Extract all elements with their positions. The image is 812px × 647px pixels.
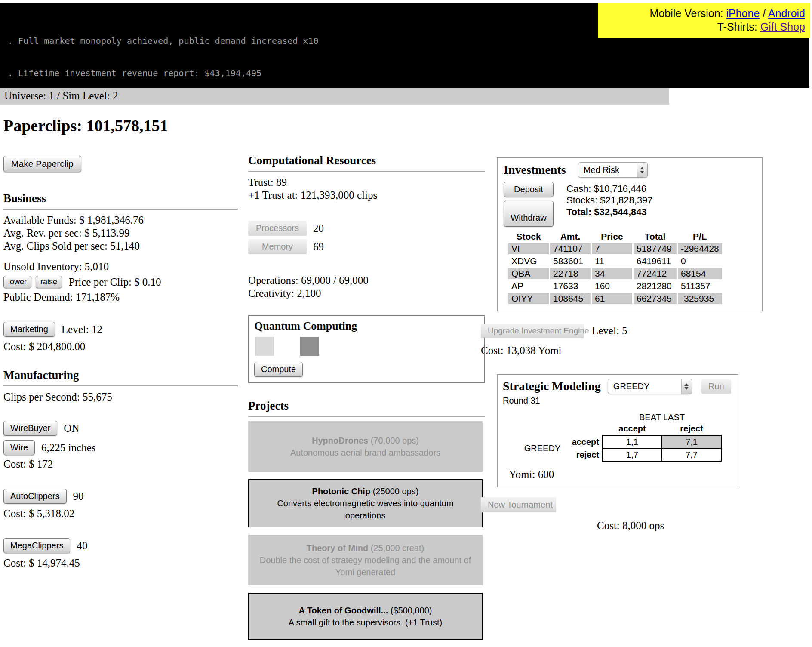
tshirt-line: T-Shirts: Gift Shop [603, 20, 805, 34]
portfolio-summary: Cash: $10,716,446 Stocks: $21,828,397 To… [566, 182, 653, 227]
mobile-version-banner: Mobile Version: iPhone / Android T-Shirt… [598, 3, 810, 38]
strategic-modeling-panel: Strategic Modeling GREEDY Run Round 31 B… [497, 374, 738, 487]
chevron-down-icon [684, 387, 689, 390]
universe-status-bar: Universe: 1 / Sim Level: 2 [0, 88, 669, 105]
projects-heading: Projects [248, 399, 485, 417]
creativity-value: Creativity: 2,100 [248, 287, 485, 300]
project-title-line: A Token of Goodwill... ($500,000) [259, 604, 471, 616]
project-title: HypnoDrones [312, 436, 368, 445]
stock-pl: 68154 [678, 268, 722, 279]
project-description: Converts electromagnetic waves into quan… [259, 497, 471, 521]
memory-button[interactable]: Memory [248, 239, 307, 254]
business-column: Make Paperclip Business Available Funds:… [3, 156, 238, 570]
payoff-matrix: BEAT LAST accept reject GREEDY accept 1,… [518, 413, 722, 462]
project-theory-of-mind: Theory of Mind (25,000 creat) Double the… [248, 535, 483, 585]
processors-count: 20 [313, 222, 324, 234]
new-tournament-button[interactable]: New Tournament [481, 497, 556, 512]
round-counter: Round 31 [503, 396, 732, 406]
make-paperclip-button[interactable]: Make Paperclip [3, 156, 81, 172]
investment-engine-level: Level: 5 [592, 325, 627, 337]
deposit-button[interactable]: Deposit [504, 182, 554, 197]
yomi-counter: Yomi: 600 [509, 468, 732, 481]
investment-engine-row: Upgrade Investment Engine Level: 5 [481, 324, 766, 338]
stock-total: 772412 [634, 268, 677, 279]
link-separator: / [763, 7, 766, 19]
project-title-line: Theory of Mind (25,000 creat) [258, 542, 472, 554]
stocks-value: Stocks: $21,828,397 [566, 194, 653, 206]
project-cost: (70,000 ops) [371, 436, 419, 445]
stock-total: 5187749 [634, 243, 677, 254]
autoclippers-count: 90 [73, 490, 84, 502]
tshirt-label: T-Shirts: [717, 21, 757, 33]
column-header-accept: accept [603, 424, 662, 435]
project-token-of-goodwill[interactable]: A Token of Goodwill... ($500,000) A smal… [248, 593, 483, 640]
project-title: Theory of Mind [307, 543, 368, 553]
manufacturing-heading: Manufacturing [3, 369, 238, 386]
quantum-chip [255, 337, 274, 356]
public-demand: Public Demand: 171,187% [3, 291, 238, 304]
wirebuyer-button[interactable]: WireBuyer [3, 421, 57, 436]
autoclippers-button[interactable]: AutoClippers [3, 489, 67, 504]
risk-level-select[interactable]: Med Risk [578, 162, 648, 178]
wirebuyer-status: ON [64, 422, 79, 434]
stock-symbol: QBA [508, 268, 549, 279]
project-cost: (25,000 creat) [371, 543, 424, 553]
strategic-modeling-heading: Strategic Modeling [503, 379, 601, 393]
stock-symbol: VI [508, 243, 549, 254]
total-value: Total: $32,544,843 [566, 206, 653, 218]
android-link[interactable]: Android [768, 7, 805, 19]
chevron-up-icon [684, 383, 689, 386]
column-header-reject: reject [662, 424, 721, 435]
compute-button[interactable]: Compute [254, 362, 303, 377]
mobile-version-line: Mobile Version: iPhone / Android [603, 7, 805, 20]
buy-wire-button[interactable]: Wire [3, 440, 35, 455]
memory-count: 69 [313, 241, 324, 253]
stock-price: 34 [592, 268, 632, 279]
raise-price-button[interactable]: raise [36, 276, 62, 288]
player-name: GREEDY [518, 435, 566, 461]
stock-price: 160 [592, 280, 632, 292]
project-title-line: Photonic Chip (25000 ops) [259, 485, 471, 497]
processors-row: Processors 20 [248, 221, 485, 236]
opponent-row: BEAT LAST [518, 413, 721, 424]
column-header: P/L [678, 231, 722, 242]
row-header-accept: accept [566, 435, 603, 448]
select-stepper-icon [637, 163, 647, 177]
stock-row: XDVG 583601 11 6419611 0 [508, 256, 722, 267]
gift-shop-link[interactable]: Gift Shop [760, 21, 805, 33]
stock-table-header: Stock Amt. Price Total P/L [508, 231, 722, 242]
column-header: Amt. [550, 231, 591, 242]
iphone-link[interactable]: iPhone [726, 7, 760, 19]
megaclippers-row: MegaClippers 40 [3, 538, 238, 553]
withdraw-button[interactable]: Withdraw [504, 201, 554, 227]
lower-price-button[interactable]: lower [3, 276, 31, 288]
stock-symbol: XDVG [508, 256, 549, 267]
megaclippers-cost: Cost: $ 14,974.45 [3, 557, 238, 570]
megaclippers-button[interactable]: MegaClippers [3, 538, 70, 553]
project-photonic-chip[interactable]: Photonic Chip (25000 ops) Converts elect… [248, 479, 483, 527]
column-header: Stock [508, 231, 549, 242]
marketing-cost: Cost: $ 204,800.00 [3, 340, 238, 353]
avg-revenue: Avg. Rev. per sec: $ 5,113.99 [3, 227, 238, 240]
column-header: Price [592, 231, 632, 242]
strategy-select[interactable]: GREEDY [608, 379, 692, 394]
matrix-column-headers: accept reject [518, 424, 721, 435]
stock-price: 11 [592, 256, 632, 267]
investments-heading: Investments [504, 163, 566, 177]
computational-resources-heading: Computational Resources [248, 154, 485, 172]
upgrade-investment-engine-button[interactable]: Upgrade Investment Engine [481, 324, 584, 338]
investments-column: Investments Med Risk Deposit Withdraw Ca… [481, 157, 766, 532]
row-header-reject: reject [566, 448, 603, 461]
project-description: Autonomous aerial brand ambassadors [258, 447, 472, 459]
run-button[interactable]: Run [701, 379, 731, 394]
processors-button[interactable]: Processors [248, 221, 307, 236]
stock-symbol: AP [508, 280, 549, 292]
stock-amount: 583601 [550, 256, 591, 267]
autoclippers-cost: Cost: $ 5,318.02 [3, 507, 238, 520]
marketing-button[interactable]: Marketing [3, 322, 55, 337]
stock-pl: -2964428 [678, 243, 722, 254]
stock-total: 2821280 [634, 280, 677, 292]
stock-amount: 22718 [550, 268, 591, 279]
project-hypnodrones: HypnoDrones (70,000 ops) Autonomous aeri… [248, 421, 483, 472]
tournament-cost: Cost: 8,000 ops [597, 519, 766, 532]
